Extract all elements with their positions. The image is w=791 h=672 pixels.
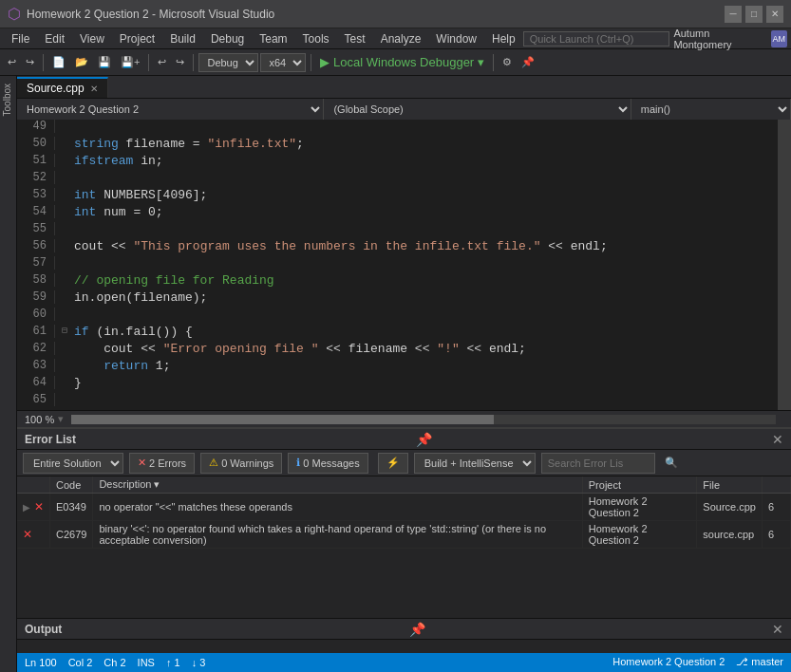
row2-line: 6 bbox=[763, 521, 791, 549]
toolbar-forward-btn[interactable]: ↪ bbox=[22, 54, 38, 70]
toolbar-save-all-btn[interactable]: 💾+ bbox=[117, 54, 143, 70]
quick-launch-input[interactable] bbox=[523, 31, 670, 47]
code-line-53: 53 int NUMBERS[4096]; bbox=[17, 188, 778, 205]
code-line-61: 61 ⊟ if (in.fail()) { bbox=[17, 325, 778, 342]
row2-expand[interactable]: ✕ bbox=[17, 521, 50, 549]
code-line-50: 50 string filename = "infile.txt"; bbox=[17, 137, 778, 154]
status-ins: INS bbox=[138, 657, 155, 668]
code-line-64: 64 } bbox=[17, 376, 778, 393]
code-line-58: 58 // opening file for Reading bbox=[17, 273, 778, 290]
tab-close-btn[interactable]: ✕ bbox=[90, 84, 98, 94]
warnings-count-label: 0 Warnings bbox=[221, 457, 273, 469]
col-file[interactable]: File bbox=[697, 476, 763, 494]
main-area: Toolbox Source.cpp ✕ Homework 2 Question… bbox=[0, 76, 791, 672]
run-button[interactable]: ▶ Local Windows Debugger ▾ bbox=[316, 53, 487, 71]
toolbox-label[interactable]: Toolbox bbox=[0, 80, 14, 120]
horiz-scrollbar-thumb[interactable] bbox=[71, 415, 494, 424]
messages-count-button[interactable]: ℹ 0 Messages bbox=[288, 453, 367, 474]
error-row-1[interactable]: ▶✕ E0349 no operator "<<" matches these … bbox=[17, 494, 791, 521]
col-line[interactable] bbox=[763, 476, 791, 494]
toolbar-extra-2[interactable]: 📌 bbox=[518, 54, 538, 70]
error-search-input[interactable] bbox=[541, 453, 655, 474]
row2-description: binary '<<': no operator found which tak… bbox=[93, 521, 582, 549]
code-line-60: 60 bbox=[17, 308, 778, 325]
toolbar-sep-4 bbox=[311, 54, 311, 71]
errors-count-button[interactable]: ✕ 2 Errors bbox=[129, 453, 195, 474]
output-panel-close-btn[interactable]: ✕ bbox=[772, 622, 783, 637]
code-line-63: 63 return 1; bbox=[17, 359, 778, 376]
output-header: Output 📌 ✕ bbox=[17, 619, 791, 640]
warnings-count-button[interactable]: ⚠ 0 Warnings bbox=[200, 453, 282, 474]
toolbox: Toolbox bbox=[0, 76, 17, 672]
menu-edit[interactable]: Edit bbox=[37, 30, 72, 47]
minimize-button[interactable]: ─ bbox=[725, 6, 742, 23]
output-title: Output bbox=[25, 623, 62, 636]
menu-help[interactable]: Help bbox=[484, 30, 523, 47]
menu-team[interactable]: Team bbox=[252, 30, 294, 47]
row2-project: Homework 2 Question 2 bbox=[582, 521, 697, 549]
toolbar-sep-3 bbox=[193, 54, 194, 71]
status-project[interactable]: Homework 2 Question 2 bbox=[612, 656, 725, 668]
toolbar: ↩ ↪ 📄 📂 💾 💾+ ↩ ↪ Debug x64 ▶ Local Windo… bbox=[0, 49, 791, 76]
intellisense-filter-btn[interactable]: ⚡ bbox=[378, 453, 408, 474]
warning-icon: ⚠ bbox=[209, 457, 218, 469]
project-nav-dropdown[interactable]: Homework 2 Question 2 bbox=[17, 99, 324, 120]
row1-expand[interactable]: ▶✕ bbox=[17, 494, 50, 521]
menu-window[interactable]: Window bbox=[428, 30, 484, 47]
func-nav-dropdown[interactable]: main() bbox=[631, 99, 791, 120]
toolbar-new-btn[interactable]: 📄 bbox=[48, 54, 69, 70]
error-panel: Error List 📌 ✕ Entire Solution ✕ 2 Error… bbox=[17, 427, 791, 618]
zoom-dropdown-arrow[interactable]: ▾ bbox=[58, 413, 64, 425]
toolbar-redo-btn[interactable]: ↪ bbox=[172, 54, 188, 70]
toolbar-sep-2 bbox=[148, 54, 149, 71]
output-panel-pin-btn[interactable]: 📌 bbox=[409, 622, 425, 637]
user-avatar[interactable]: AM bbox=[771, 30, 787, 47]
errors-count-label: 2 Errors bbox=[149, 457, 186, 469]
status-branch[interactable]: ⎇ master bbox=[736, 656, 783, 668]
output-panel: Output 📌 ✕ bbox=[17, 618, 791, 653]
code-line-51: 51 ifstream in; bbox=[17, 154, 778, 171]
code-area[interactable]: 49 50 string filename = "infile.txt"; bbox=[17, 120, 778, 410]
maximize-button[interactable]: □ bbox=[745, 6, 763, 23]
menu-debug[interactable]: Debug bbox=[203, 30, 252, 47]
user-section: Autumn Montgomery AM bbox=[673, 28, 787, 50]
zoom-level[interactable]: 100 % bbox=[25, 414, 54, 425]
error-panel-close-btn[interactable]: ✕ bbox=[772, 432, 783, 447]
col-expand bbox=[17, 476, 50, 494]
toolbar-save-btn[interactable]: 💾 bbox=[94, 54, 115, 70]
row2-file: source.cpp bbox=[697, 521, 763, 549]
error-row-2[interactable]: ✕ C2679 binary '<<': no operator found w… bbox=[17, 521, 791, 549]
menu-tools[interactable]: Tools bbox=[295, 30, 337, 47]
toolbar-extra-1[interactable]: ⚙ bbox=[499, 54, 516, 70]
toolbar-back-btn[interactable]: ↩ bbox=[4, 54, 20, 70]
col-description[interactable]: Description ▾ bbox=[93, 476, 582, 494]
status-arrow-up: ↑ 1 bbox=[166, 657, 180, 668]
row1-line: 6 bbox=[763, 494, 791, 521]
scope-nav-dropdown[interactable]: (Global Scope) bbox=[324, 99, 631, 120]
horiz-scrollbar[interactable] bbox=[71, 415, 776, 424]
editor-tab-source[interactable]: Source.cpp ✕ bbox=[17, 77, 108, 98]
code-scrollbar[interactable] bbox=[778, 120, 791, 410]
row1-description: no operator "<<" matches these operands bbox=[93, 494, 582, 521]
close-button[interactable]: ✕ bbox=[766, 6, 783, 23]
error-search-btn[interactable]: 🔍 bbox=[661, 455, 682, 471]
platform-dropdown[interactable]: x64 bbox=[260, 53, 306, 72]
solution-filter-dropdown[interactable]: Entire Solution bbox=[23, 453, 123, 474]
menu-analyze[interactable]: Analyze bbox=[373, 30, 429, 47]
col-project[interactable]: Project bbox=[582, 476, 697, 494]
menu-file[interactable]: File bbox=[4, 30, 37, 47]
debug-config-dropdown[interactable]: Debug bbox=[198, 53, 258, 72]
build-filter-dropdown[interactable]: Build + IntelliSense bbox=[414, 453, 536, 474]
toolbar-undo-btn[interactable]: ↩ bbox=[154, 54, 170, 70]
vs-icon: ⬡ bbox=[8, 5, 21, 23]
toolbar-open-btn[interactable]: 📂 bbox=[71, 54, 92, 70]
error-table[interactable]: Code Description ▾ Project File ▶✕ E0349… bbox=[17, 476, 791, 618]
error-panel-pin-btn[interactable]: 📌 bbox=[416, 432, 432, 447]
menu-test[interactable]: Test bbox=[337, 30, 373, 47]
menu-view[interactable]: View bbox=[72, 30, 112, 47]
menu-build[interactable]: Build bbox=[162, 30, 203, 47]
intellisense-icon: ⚡ bbox=[386, 457, 400, 469]
toolbar-sep-1 bbox=[43, 54, 44, 71]
col-code[interactable]: Code bbox=[50, 476, 93, 494]
menu-project[interactable]: Project bbox=[112, 30, 162, 47]
